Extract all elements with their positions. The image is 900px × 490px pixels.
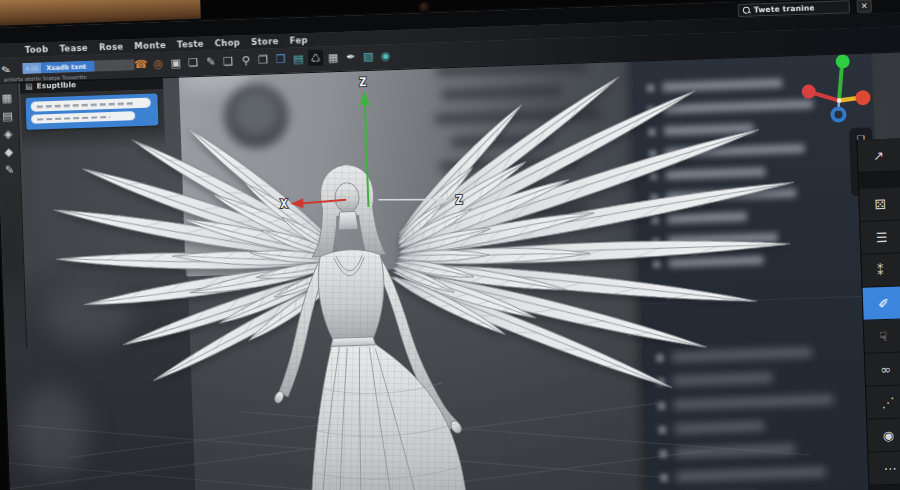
slider-fill: 4.0b Xsadb txnt [22,61,94,75]
draw-tool[interactable]: ✐ [863,286,900,321]
document-icon[interactable]: ❏ [186,54,202,71]
properties-popup: ▤ Esuptlble [20,74,165,152]
slider-tool[interactable]: ☰ [860,220,900,255]
search-icon [743,6,751,14]
tag-icon[interactable]: ❑ [221,53,237,70]
cursor-tool[interactable]: ↗ [857,138,900,173]
dice-tool[interactable]: ⚄ [859,187,900,222]
axis-label-right: Z [455,193,463,207]
popup-body [20,89,165,152]
cube-icon[interactable]: ▧ [360,48,376,65]
asterisk-tool[interactable]: ⁑ [861,253,900,288]
gem-icon[interactable]: ◈ [4,127,13,140]
image-icon[interactable]: ▦ [325,49,341,66]
option-line [31,98,151,112]
list-icon: ▤ [25,82,33,91]
slider-value-right: Xsadb txnt [46,62,86,71]
pin-sphere-icon[interactable]: ◉ [378,47,394,64]
draw-icon[interactable]: ✎ [5,163,15,176]
gizmo-axis-right[interactable] [855,90,871,106]
right-wing[interactable] [382,65,802,404]
search-text: Twete tranine [754,3,815,14]
grid-icon[interactable]: ▦ [2,91,13,104]
axis-label-up: Z [359,75,367,89]
scatter-tool[interactable]: ⋰ [866,385,900,420]
gizmo-axis-top[interactable] [835,54,849,68]
annotate-pen-icon[interactable]: ✎ [0,63,12,78]
ring-icon[interactable]: ◎ [151,55,167,72]
layout-icon[interactable]: ▤ [2,109,13,122]
trash-icon[interactable]: ♺ [308,50,324,67]
lock-icon[interactable]: ▣ [168,54,184,71]
sphere-tool[interactable]: ◉ [867,418,900,453]
selected-option[interactable] [25,93,158,130]
toolbar-icons: ☎◎▣❏✎❑⚲❐❒▤♺▦✒▧◉ [133,47,393,72]
slider-value-left: 4.0b [22,64,46,72]
pen-icon[interactable]: ✎ [203,53,219,70]
axis-label-left: X [280,197,288,211]
quill-icon[interactable]: ✒ [343,48,359,65]
dots-tool[interactable]: ⋯ [868,451,900,486]
hand-tool[interactable]: ☟ [864,319,900,354]
magnifier-icon[interactable]: ⚲ [238,52,254,69]
navigation-gizmo[interactable] [800,53,871,121]
link-tool[interactable]: ∞ [865,352,900,387]
phone-icon[interactable]: ☎ [133,56,149,73]
option-line [31,111,135,124]
close-button[interactable]: ✕ [857,0,872,13]
gizmo-axis-left[interactable] [801,84,815,98]
diamond-icon[interactable]: ◆ [4,145,13,158]
display-icon[interactable]: ▤ [290,50,306,67]
folder-icon[interactable]: ❒ [273,51,289,68]
copy-pages-icon[interactable]: ❐ [255,51,271,68]
application-window: Z X Z Twete tranine ✕ ToobTeaseRoseMonte… [0,0,900,490]
gizmo-axis-bottom[interactable] [832,108,844,120]
monitor-webcam [419,2,430,13]
